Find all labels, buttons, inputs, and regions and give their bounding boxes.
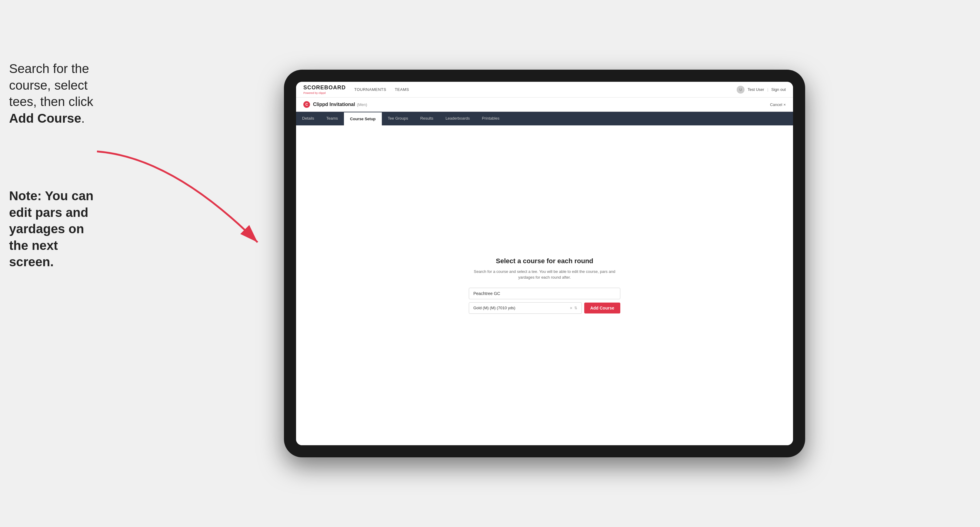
annotation-bold: Add Course xyxy=(9,111,81,125)
logo-sub: Powered by clippd xyxy=(303,92,346,95)
annotation-text: Search for the course, select tees, then… xyxy=(9,60,94,127)
section-description: Search for a course and select a tee. Yo… xyxy=(469,269,620,281)
annotation-note-text: Note: You can edit pars and yardages on … xyxy=(9,189,93,269)
pipe: | xyxy=(767,87,768,92)
user-avatar: U xyxy=(737,86,745,94)
nav-link-tournaments[interactable]: TOURNAMENTS xyxy=(354,87,387,92)
tee-select-controls: × ⇅ xyxy=(570,306,577,310)
tee-clear-icon[interactable]: × xyxy=(570,306,572,310)
user-label: Test User xyxy=(748,87,764,92)
tee-select-wrapper[interactable]: Gold (M) (M) (7010 yds) × ⇅ xyxy=(469,302,582,314)
arrow-indicator xyxy=(82,133,294,260)
tab-results[interactable]: Results xyxy=(414,112,439,125)
tab-details[interactable]: Details xyxy=(296,112,320,125)
tee-arrows-icon: ⇅ xyxy=(574,306,577,310)
add-course-button[interactable]: Add Course xyxy=(584,303,620,313)
tablet-device: SCOREBOARD Powered by clippd TOURNAMENTS… xyxy=(284,70,805,457)
cancel-icon: × xyxy=(783,102,786,107)
user-area: U Test User | Sign out xyxy=(737,86,786,94)
top-nav-links: TOURNAMENTS TEAMS xyxy=(354,87,409,92)
tab-teams[interactable]: Teams xyxy=(320,112,344,125)
cancel-label: Cancel xyxy=(770,102,782,107)
annotation-note: Note: You can edit pars and yardages on … xyxy=(9,188,100,270)
nav-link-teams[interactable]: TEAMS xyxy=(395,87,409,92)
tee-select-row: Gold (M) (M) (7010 yds) × ⇅ Add Course xyxy=(469,302,620,314)
select-course-section: Select a course for each round Search fo… xyxy=(469,257,620,314)
top-nav: SCOREBOARD Powered by clippd TOURNAMENTS… xyxy=(296,82,793,97)
tee-select-value: Gold (M) (M) (7010 yds) xyxy=(473,306,570,310)
tab-printables[interactable]: Printables xyxy=(476,112,506,125)
tab-leaderboards[interactable]: Leaderboards xyxy=(439,112,476,125)
course-search-input[interactable] xyxy=(469,288,620,299)
annotation-end: . xyxy=(81,111,85,125)
logo-text: SCOREBOARD xyxy=(303,84,346,90)
annotation-line1: Search for the course, select tees, then… xyxy=(9,62,93,109)
cancel-button[interactable]: Cancel × xyxy=(770,102,786,107)
tournament-gender: (Men) xyxy=(357,102,367,107)
tab-tee-groups[interactable]: Tee Groups xyxy=(382,112,414,125)
tournament-icon: C xyxy=(303,101,310,108)
sign-out-link[interactable]: Sign out xyxy=(771,87,786,92)
section-title: Select a course for each round xyxy=(496,257,593,265)
main-content: Select a course for each round Search fo… xyxy=(296,125,793,445)
logo-area: SCOREBOARD Powered by clippd xyxy=(303,84,346,95)
tournament-header: C Clippd Invitational (Men) Cancel × xyxy=(296,97,793,112)
tab-bar: Details Teams Course Setup Tee Groups Re… xyxy=(296,112,793,125)
tablet-screen: SCOREBOARD Powered by clippd TOURNAMENTS… xyxy=(296,82,793,445)
tournament-name: Clippd Invitational xyxy=(313,102,355,107)
tab-course-setup[interactable]: Course Setup xyxy=(344,112,382,125)
